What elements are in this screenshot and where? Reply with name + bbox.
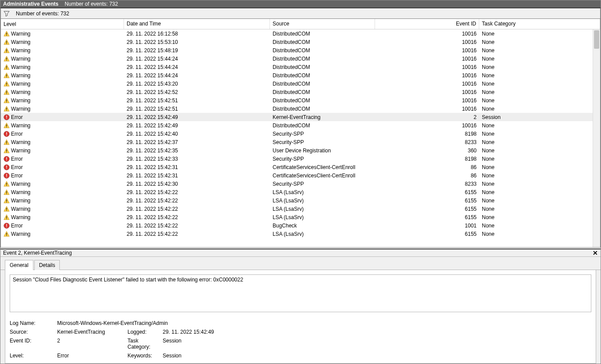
- row-date: 29. 11. 2022 15:42:30: [124, 180, 270, 187]
- tab-general[interactable]: General: [5, 260, 33, 270]
- warning-icon: [4, 81, 10, 87]
- table-row[interactable]: Warning29. 11. 2022 15:42:51DistributedC…: [1, 96, 600, 105]
- table-row[interactable]: Warning29. 11. 2022 15:44:24DistributedC…: [1, 71, 600, 79]
- svg-rect-15: [6, 93, 7, 94]
- svg-rect-3: [6, 43, 7, 43]
- svg-rect-1: [6, 35, 7, 35]
- row-taskcat: None: [479, 130, 600, 137]
- table-row[interactable]: Warning29. 11. 2022 15:42:22LSA (LsaSrv)…: [1, 213, 600, 221]
- svg-rect-22: [6, 118, 7, 119]
- row-source: DistributedCOM: [270, 97, 375, 104]
- table-row[interactable]: Warning29. 11. 2022 15:48:19DistributedC…: [1, 46, 600, 54]
- row-date: 29. 11. 2022 15:42:51: [124, 105, 270, 112]
- svg-rect-50: [6, 218, 7, 219]
- row-eventid: 86: [375, 172, 479, 179]
- svg-rect-40: [6, 177, 7, 177]
- table-row[interactable]: Warning29. 11. 2022 15:42:49DistributedC…: [1, 121, 600, 130]
- filter-icon[interactable]: [4, 11, 10, 17]
- error-icon: [4, 164, 10, 170]
- svg-rect-8: [6, 66, 7, 68]
- row-date: 29. 11. 2022 15:42:51: [124, 97, 270, 104]
- table-row[interactable]: Warning29. 11. 2022 15:44:24DistributedC…: [1, 54, 600, 63]
- tab-details[interactable]: Details: [34, 260, 60, 270]
- row-level: Warning: [11, 181, 30, 187]
- table-row[interactable]: Error29. 11. 2022 15:42:31CertificateSer…: [1, 171, 600, 180]
- row-level: Error: [11, 173, 23, 179]
- row-taskcat: Session: [479, 114, 600, 121]
- warning-icon: [4, 189, 10, 195]
- row-level: Warning: [11, 189, 30, 195]
- row-date: 29. 11. 2022 15:42:31: [124, 172, 270, 179]
- row-source: LSA (LsaSrv): [270, 197, 375, 204]
- row-eventid: 86: [375, 164, 479, 171]
- svg-rect-2: [6, 41, 7, 43]
- table-row[interactable]: Error29. 11. 2022 15:42:31CertificateSer…: [1, 163, 600, 171]
- warning-icon: [4, 148, 10, 154]
- row-level: Warning: [11, 123, 30, 129]
- table-row[interactable]: Warning29. 11. 2022 15:44:24DistributedC…: [1, 63, 600, 71]
- row-taskcat: None: [479, 47, 600, 54]
- table-row[interactable]: Warning29. 11. 2022 15:42:22LSA (LsaSrv)…: [1, 230, 600, 238]
- row-level: Warning: [11, 89, 30, 95]
- svg-rect-6: [6, 58, 7, 59]
- svg-rect-27: [6, 135, 7, 135]
- row-eventid: 6155: [375, 205, 479, 213]
- list-scrollbar[interactable]: [593, 29, 600, 247]
- table-row[interactable]: Warning29. 11. 2022 15:42:37Security-SPP…: [1, 138, 600, 146]
- table-row[interactable]: Warning29. 11. 2022 15:42:22LSA (LsaSrv)…: [1, 196, 600, 205]
- row-level: Warning: [11, 81, 30, 87]
- table-row[interactable]: Warning29. 11. 2022 15:43:20DistributedC…: [1, 79, 600, 88]
- col-header-eventid[interactable]: Event ID: [375, 19, 479, 29]
- row-level: Warning: [11, 148, 30, 154]
- col-header-source[interactable]: Source: [270, 19, 375, 29]
- event-message[interactable]: Session "Cloud Files Diagnostic Event Li…: [10, 274, 591, 312]
- table-row[interactable]: Error29. 11. 2022 15:42:49Kernel-EventTr…: [1, 113, 600, 121]
- row-eventid: 10016: [375, 122, 479, 129]
- details-tabs: General Details: [0, 257, 601, 270]
- row-eventid: 6155: [375, 197, 479, 204]
- table-row[interactable]: Error29. 11. 2022 15:42:33Security-SPP81…: [1, 155, 600, 163]
- svg-rect-28: [6, 141, 7, 143]
- table-row[interactable]: Error29. 11. 2022 15:42:40Security-SPP81…: [1, 130, 600, 138]
- table-row[interactable]: Warning29. 11. 2022 15:42:22LSA (LsaSrv)…: [1, 188, 600, 196]
- event-properties: Log Name: Microsoft-Windows-Kernel-Event…: [10, 320, 591, 359]
- row-level: Warning: [11, 97, 30, 104]
- row-taskcat: None: [479, 64, 600, 71]
- row-eventid: 10016: [375, 72, 479, 79]
- scrollbar-thumb[interactable]: [594, 30, 599, 49]
- row-eventid: 6155: [375, 214, 479, 221]
- row-taskcat: None: [479, 39, 600, 46]
- prop-source-value: Kernel-EventTracing: [57, 329, 127, 335]
- row-level: Warning: [11, 72, 30, 79]
- table-row[interactable]: Error29. 11. 2022 15:42:22BugCheck1001No…: [1, 221, 600, 230]
- table-row[interactable]: Warning29. 11. 2022 15:42:51DistributedC…: [1, 105, 600, 113]
- table-row[interactable]: Warning29. 11. 2022 15:42:52DistributedC…: [1, 88, 600, 96]
- row-level: Warning: [11, 39, 30, 45]
- row-taskcat: None: [479, 155, 600, 162]
- svg-rect-14: [6, 91, 7, 93]
- svg-rect-44: [6, 193, 7, 194]
- row-eventid: 8198: [375, 155, 479, 162]
- svg-rect-12: [6, 83, 7, 84]
- row-level: Warning: [11, 198, 30, 204]
- prop-logged-label: Logged:: [127, 329, 163, 335]
- prop-taskcat-label: Task Category:: [127, 338, 163, 350]
- row-source: Security-SPP: [270, 155, 375, 162]
- row-source: User Device Registration: [270, 147, 375, 154]
- svg-rect-41: [6, 183, 7, 184]
- row-level: Error: [11, 164, 23, 170]
- table-row[interactable]: Warning29. 11. 2022 15:42:30Security-SPP…: [1, 180, 600, 188]
- col-header-taskcat[interactable]: Task Category: [479, 19, 600, 29]
- close-icon[interactable]: ✕: [593, 249, 598, 256]
- col-header-level[interactable]: Level: [1, 19, 124, 29]
- details-title-bar: Event 2, Kernel-EventTracing ✕: [0, 249, 601, 257]
- table-row[interactable]: Warning29. 11. 2022 15:42:22LSA (LsaSrv)…: [1, 205, 600, 213]
- col-header-date[interactable]: Date and Time: [124, 19, 270, 29]
- row-taskcat: None: [479, 205, 600, 213]
- warning-icon: [4, 139, 10, 145]
- table-row[interactable]: Warning29. 11. 2022 15:53:10DistributedC…: [1, 38, 600, 46]
- svg-rect-5: [6, 51, 7, 52]
- table-row[interactable]: Warning29. 11. 2022 15:42:35User Device …: [1, 146, 600, 155]
- row-eventid: 2: [375, 114, 479, 121]
- table-row[interactable]: Warning29. 11. 2022 16:12:58DistributedC…: [1, 29, 600, 38]
